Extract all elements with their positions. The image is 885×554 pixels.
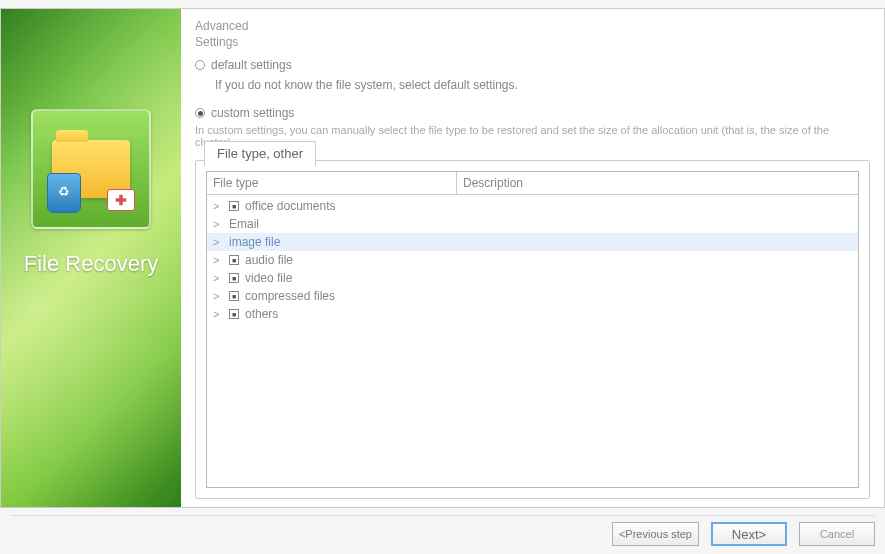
app-title: File Recovery — [24, 251, 158, 277]
chevron-right-icon[interactable]: > — [213, 218, 223, 230]
app-window: File Recovery Advanced Settings default … — [0, 8, 885, 508]
tree-item-label: Email — [229, 217, 259, 231]
tree-item-label: others — [245, 307, 278, 321]
checkbox[interactable] — [229, 291, 239, 301]
tree-row[interactable]: >image file — [207, 233, 858, 251]
app-logo — [31, 109, 151, 229]
next-button[interactable]: Next> — [711, 522, 787, 546]
tree-row[interactable]: >compressed files — [207, 287, 858, 305]
tab-filetype[interactable]: File type, other — [204, 141, 316, 166]
tree-row[interactable]: >Email — [207, 215, 858, 233]
col-file-type: File type — [207, 172, 457, 194]
wizard-footer: <Previous step Next> Cancel — [10, 515, 875, 546]
advanced-heading-line2: Settings — [195, 35, 238, 49]
checkbox[interactable] — [229, 201, 239, 211]
col-description: Description — [457, 172, 858, 194]
chevron-right-icon[interactable]: > — [213, 200, 223, 212]
default-settings-radio[interactable]: default settings — [195, 58, 870, 72]
tree-body: >office documents>Email>image file>audio… — [207, 195, 858, 487]
main-panel: Advanced Settings default settings If yo… — [181, 9, 884, 507]
default-settings-label: default settings — [211, 58, 292, 72]
default-settings-hint: If you do not know the file system, sele… — [215, 78, 870, 92]
chevron-right-icon[interactable]: > — [213, 254, 223, 266]
tree-item-label: compressed files — [245, 289, 335, 303]
medical-cross-icon — [107, 189, 135, 211]
tree-header: File type Description — [207, 172, 858, 195]
checkbox[interactable] — [229, 273, 239, 283]
tree-item-label: audio file — [245, 253, 293, 267]
custom-settings-radio[interactable]: custom settings — [195, 106, 870, 120]
tree-item-label: office documents — [245, 199, 336, 213]
cancel-button[interactable]: Cancel — [799, 522, 875, 546]
chevron-right-icon[interactable]: > — [213, 308, 223, 320]
tree-item-label: image file — [229, 235, 280, 249]
tree-row[interactable]: >others — [207, 305, 858, 323]
filetype-tree: File type Description >office documents>… — [206, 171, 859, 488]
advanced-heading-line1: Advanced — [195, 19, 248, 33]
checkbox[interactable] — [229, 255, 239, 265]
sidebar: File Recovery — [1, 9, 181, 507]
chevron-right-icon[interactable]: > — [213, 272, 223, 284]
radio-icon — [195, 108, 205, 118]
checkbox[interactable] — [229, 309, 239, 319]
previous-button[interactable]: <Previous step — [612, 522, 699, 546]
filetype-panel: File type, other File type Description >… — [195, 160, 870, 499]
tree-item-label: video file — [245, 271, 292, 285]
recycle-bin-icon — [47, 173, 81, 213]
tree-row[interactable]: >video file — [207, 269, 858, 287]
advanced-settings-heading: Advanced Settings — [195, 19, 870, 50]
tree-row[interactable]: >audio file — [207, 251, 858, 269]
chevron-right-icon[interactable]: > — [213, 290, 223, 302]
tree-row[interactable]: >office documents — [207, 197, 858, 215]
chevron-right-icon[interactable]: > — [213, 236, 223, 248]
custom-settings-label: custom settings — [211, 106, 294, 120]
radio-icon — [195, 60, 205, 70]
